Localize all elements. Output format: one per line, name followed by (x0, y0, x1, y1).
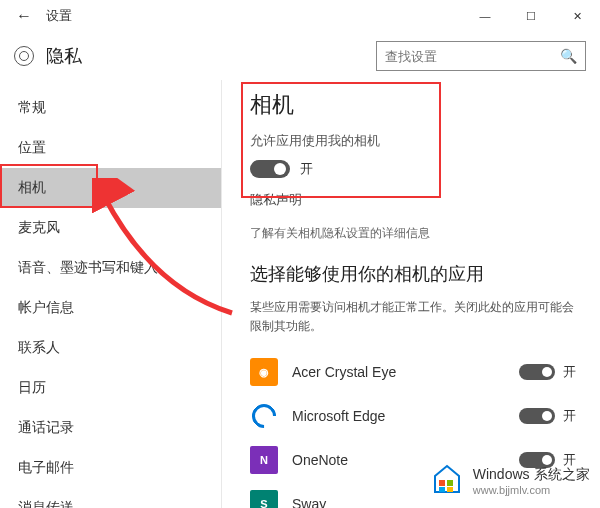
apps-description: 某些应用需要访问相机才能正常工作。关闭此处的应用可能会限制其功能。 (250, 298, 576, 336)
privacy-statement-link[interactable]: 隐私声明 (250, 191, 302, 209)
permission-text: 允许应用使用我的相机 (250, 132, 576, 150)
edge-icon (250, 402, 278, 430)
sidebar-item-location[interactable]: 位置 (0, 128, 221, 168)
sidebar-item-label: 日历 (18, 379, 46, 397)
app-toggle-label: 开 (563, 407, 576, 425)
sidebar-item-calendar[interactable]: 日历 (0, 368, 221, 408)
svg-rect-0 (439, 480, 445, 486)
sidebar-item-label: 麦克风 (18, 219, 60, 237)
app-row: ◉ Acer Crystal Eye 开 (250, 350, 576, 394)
window-controls: — ☐ ✕ (462, 0, 600, 32)
svg-rect-3 (447, 487, 453, 492)
search-input[interactable] (385, 49, 560, 64)
sway-icon: S (250, 490, 278, 508)
section-heading: 相机 (250, 90, 576, 120)
watermark-brand: Windows (473, 466, 530, 482)
camera-toggle[interactable] (250, 160, 290, 178)
sidebar-item-label: 语音、墨迹书写和键入 (18, 259, 158, 277)
sidebar-item-speech[interactable]: 语音、墨迹书写和键入 (0, 248, 221, 288)
app-row: Microsoft Edge 开 (250, 394, 576, 438)
sidebar-item-camera[interactable]: 相机 (0, 168, 221, 208)
sidebar-item-label: 相机 (18, 179, 46, 197)
sidebar-item-label: 位置 (18, 139, 46, 157)
learn-more-link[interactable]: 了解有关相机隐私设置的详细信息 (250, 225, 576, 242)
watermark-url: www.bjjmlv.com (473, 484, 590, 496)
sidebar-item-general[interactable]: 常规 (0, 88, 221, 128)
app-name: Sway (292, 496, 576, 508)
app-toggle[interactable] (519, 408, 555, 424)
camera-toggle-row: 开 (250, 160, 576, 178)
watermark: Windows 系统之家 www.bjjmlv.com (429, 462, 590, 498)
sidebar-item-label: 消息传送 (18, 499, 74, 508)
app-name: Acer Crystal Eye (292, 364, 519, 380)
title-bar: ← 设置 — ☐ ✕ (0, 0, 600, 32)
app-toggle-label: 开 (563, 363, 576, 381)
sidebar-item-label: 常规 (18, 99, 46, 117)
sidebar-item-messaging[interactable]: 消息传送 (0, 488, 221, 508)
sidebar-item-label: 帐户信息 (18, 299, 74, 317)
sidebar-item-account[interactable]: 帐户信息 (0, 288, 221, 328)
header: 隐私 🔍 (0, 32, 600, 80)
maximize-button[interactable]: ☐ (508, 0, 554, 32)
onenote-icon: N (250, 446, 278, 474)
sidebar-item-email[interactable]: 电子邮件 (0, 448, 221, 488)
sidebar-item-callhistory[interactable]: 通话记录 (0, 408, 221, 448)
app-name: Microsoft Edge (292, 408, 519, 424)
content-body: 常规 位置 相机 麦克风 语音、墨迹书写和键入 帐户信息 联系人 日历 通话记录… (0, 80, 600, 508)
watermark-site: 系统之家 (534, 466, 590, 482)
sidebar-item-label: 通话记录 (18, 419, 74, 437)
svg-rect-2 (439, 487, 445, 492)
close-button[interactable]: ✕ (554, 0, 600, 32)
back-button[interactable]: ← (10, 2, 38, 30)
search-box[interactable]: 🔍 (376, 41, 586, 71)
toggle-knob (542, 367, 552, 377)
svg-rect-1 (447, 480, 453, 486)
watermark-text: Windows 系统之家 www.bjjmlv.com (473, 465, 590, 496)
acer-icon: ◉ (250, 358, 278, 386)
sidebar-item-contacts[interactable]: 联系人 (0, 328, 221, 368)
sidebar-item-microphone[interactable]: 麦克风 (0, 208, 221, 248)
gear-icon (14, 46, 34, 66)
sidebar-item-label: 联系人 (18, 339, 60, 357)
camera-toggle-label: 开 (300, 160, 313, 178)
toggle-knob (542, 411, 552, 421)
window-title: 设置 (46, 7, 72, 25)
search-icon: 🔍 (560, 48, 577, 64)
main-panel: 相机 允许应用使用我的相机 开 隐私声明 了解有关相机隐私设置的详细信息 选择能… (222, 80, 600, 508)
page-title: 隐私 (46, 44, 82, 68)
apps-heading: 选择能够使用你的相机的应用 (250, 262, 576, 286)
watermark-logo-icon (429, 462, 465, 498)
toggle-knob (274, 163, 286, 175)
minimize-button[interactable]: — (462, 0, 508, 32)
app-toggle[interactable] (519, 364, 555, 380)
sidebar: 常规 位置 相机 麦克风 语音、墨迹书写和键入 帐户信息 联系人 日历 通话记录… (0, 80, 222, 508)
sidebar-item-label: 电子邮件 (18, 459, 74, 477)
